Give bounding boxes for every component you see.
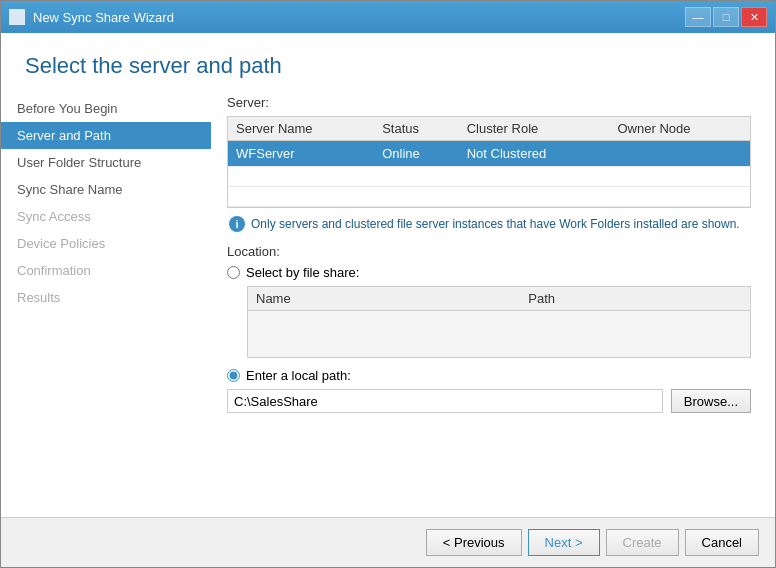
- local-path-row: Browse...: [227, 389, 751, 413]
- cell-cluster-role: Not Clustered: [459, 141, 610, 167]
- local-path-input[interactable]: [227, 389, 663, 413]
- server-label: Server:: [227, 95, 751, 110]
- cancel-button[interactable]: Cancel: [685, 529, 759, 556]
- server-table: Server Name Status Cluster Role Owner No…: [228, 117, 750, 207]
- content-area: Select the server and path Before You Be…: [1, 33, 775, 517]
- col-server-name: Server Name: [228, 117, 374, 141]
- file-share-empty-row: [248, 311, 750, 351]
- cell-owner-node: [609, 141, 750, 167]
- page-title: Select the server and path: [1, 33, 775, 95]
- info-text: Only servers and clustered file server i…: [251, 217, 740, 231]
- sidebar-item-server-and-path[interactable]: Server and Path: [1, 122, 211, 149]
- location-label: Location:: [227, 244, 751, 259]
- location-section: Location: Select by file share: Name: [227, 244, 751, 413]
- window-title: New Sync Share Wizard: [33, 10, 174, 25]
- file-share-radio[interactable]: [227, 266, 240, 279]
- browse-button[interactable]: Browse...: [671, 389, 751, 413]
- col-owner-node: Owner Node: [609, 117, 750, 141]
- next-button[interactable]: Next >: [528, 529, 600, 556]
- file-share-table: Name Path: [248, 287, 750, 351]
- table-row-empty-1: [228, 167, 750, 187]
- cell-status: Online: [374, 141, 459, 167]
- title-controls: — □ ✕: [685, 7, 767, 27]
- table-row[interactable]: WFServer Online Not Clustered: [228, 141, 750, 167]
- col-status: Status: [374, 117, 459, 141]
- app-icon: [9, 9, 25, 25]
- server-section: Server: Server Name Status Cluster Role …: [227, 95, 751, 232]
- server-table-header-row: Server Name Status Cluster Role Owner No…: [228, 117, 750, 141]
- sidebar-item-results: Results: [1, 284, 211, 311]
- file-share-radio-row: Select by file share:: [227, 265, 751, 280]
- local-path-radio-row: Enter a local path:: [227, 368, 751, 383]
- sidebar-item-sync-access: Sync Access: [1, 203, 211, 230]
- sidebar-item-confirmation: Confirmation: [1, 257, 211, 284]
- sidebar-item-before-you-begin[interactable]: Before You Begin: [1, 95, 211, 122]
- previous-button[interactable]: < Previous: [426, 529, 522, 556]
- sidebar: Before You Begin Server and Path User Fo…: [1, 95, 211, 517]
- file-share-table-container: Name Path: [247, 286, 751, 358]
- file-share-radio-label: Select by file share:: [246, 265, 359, 280]
- local-path-radio[interactable]: [227, 369, 240, 382]
- col-path: Path: [520, 287, 750, 311]
- wizard-window: New Sync Share Wizard — □ ✕ Select the s…: [0, 0, 776, 568]
- info-icon: i: [229, 216, 245, 232]
- cell-server-name: WFServer: [228, 141, 374, 167]
- sidebar-item-user-folder-structure[interactable]: User Folder Structure: [1, 149, 211, 176]
- local-path-radio-label: Enter a local path:: [246, 368, 351, 383]
- create-button: Create: [606, 529, 679, 556]
- title-bar-left: New Sync Share Wizard: [9, 9, 174, 25]
- sidebar-item-sync-share-name[interactable]: Sync Share Name: [1, 176, 211, 203]
- col-name: Name: [248, 287, 520, 311]
- minimize-button[interactable]: —: [685, 7, 711, 27]
- sidebar-item-device-policies: Device Policies: [1, 230, 211, 257]
- title-bar: New Sync Share Wizard — □ ✕: [1, 1, 775, 33]
- footer: < Previous Next > Create Cancel: [1, 517, 775, 567]
- close-button[interactable]: ✕: [741, 7, 767, 27]
- col-cluster-role: Cluster Role: [459, 117, 610, 141]
- right-panel: Server: Server Name Status Cluster Role …: [211, 95, 775, 517]
- file-share-header-row: Name Path: [248, 287, 750, 311]
- info-bar: i Only servers and clustered file server…: [227, 216, 751, 232]
- table-row-empty-2: [228, 187, 750, 207]
- main-content: Before You Begin Server and Path User Fo…: [1, 95, 775, 517]
- maximize-button[interactable]: □: [713, 7, 739, 27]
- server-table-container: Server Name Status Cluster Role Owner No…: [227, 116, 751, 208]
